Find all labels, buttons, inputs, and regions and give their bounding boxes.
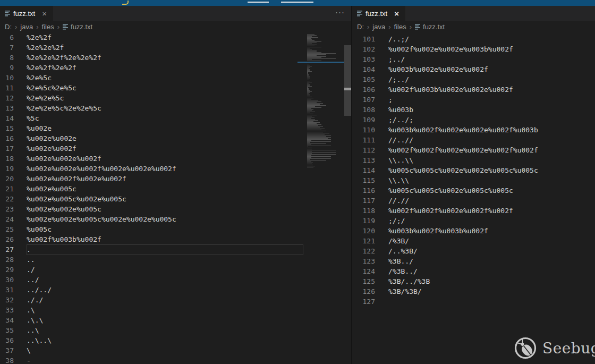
code-line[interactable]: 108%u003b [352, 105, 594, 115]
line-number[interactable]: 116 [352, 185, 375, 196]
code-line[interactable]: 22%u002e%u005c%u002e%u005c [0, 194, 304, 204]
line-number[interactable]: 31 [0, 285, 14, 295]
line-number[interactable]: 127 [352, 297, 375, 307]
code-line[interactable]: 30../ [0, 275, 304, 285]
scrollbar-thumb[interactable] [344, 45, 351, 116]
line-number[interactable]: 108 [352, 105, 375, 115]
code-line[interactable]: 12%2e%2e%5c [0, 93, 304, 103]
line-number[interactable]: 103 [352, 54, 375, 64]
line-number[interactable]: 18 [0, 154, 14, 164]
code-line[interactable]: 124/%3B../ [352, 266, 594, 276]
line-number[interactable]: 26 [0, 234, 14, 244]
line-number[interactable]: 110 [352, 125, 375, 135]
line-number[interactable]: 104 [352, 64, 375, 74]
line-number[interactable]: 25 [0, 224, 14, 234]
code-line[interactable]: 35..\ [0, 325, 304, 335]
line-number[interactable]: 20 [0, 174, 14, 184]
line-number[interactable]: 17 [0, 143, 14, 154]
code-line[interactable]: 31../../ [0, 285, 304, 295]
editor-actions-more-icon[interactable]: ··· [335, 7, 345, 16]
code-line[interactable]: 123%3B../ [352, 256, 594, 266]
code-line[interactable]: 33.\ [0, 305, 304, 315]
line-number[interactable]: 7 [0, 43, 14, 53]
code-line[interactable]: 27. [0, 244, 304, 255]
line-number[interactable]: 16 [0, 133, 14, 143]
code-line[interactable]: 20%u002e%u002f%u002e%u002f [0, 174, 304, 184]
line-number[interactable]: 36 [0, 335, 14, 345]
line-number[interactable]: 114 [352, 165, 375, 175]
code-line[interactable]: 10%2e%5c [0, 73, 304, 83]
code-line[interactable]: 120%u003b%u002f%u003b%u002f [352, 226, 594, 236]
code-line[interactable]: 122/..%3B/ [352, 246, 594, 256]
line-number[interactable]: 34 [0, 315, 14, 325]
minimap[interactable] [298, 32, 344, 364]
line-number[interactable]: 121 [352, 236, 375, 246]
vertical-scrollbar[interactable] [344, 32, 351, 364]
line-number[interactable]: 27 [0, 244, 14, 255]
tab-close-icon[interactable]: × [393, 10, 401, 18]
line-number[interactable]: 12 [0, 93, 14, 103]
code-line[interactable]: 113\\..\\ [352, 155, 594, 165]
line-number[interactable]: 23 [0, 204, 14, 214]
line-number[interactable]: 123 [352, 256, 375, 266]
code-line[interactable]: 127 [352, 297, 594, 307]
code-line[interactable]: 107; [352, 95, 594, 105]
line-number[interactable]: 15 [0, 123, 14, 133]
code-line[interactable]: 109;/../; [352, 115, 594, 125]
code-line[interactable]: 104%u003b%u002e%u002e%u002f [352, 64, 594, 74]
code-line[interactable]: 14%5c [0, 113, 304, 123]
code-line[interactable]: 24%u002e%u002e%u005c%u002e%u002e%u005c [0, 214, 304, 224]
line-number[interactable]: 106 [352, 84, 375, 95]
line-number[interactable]: 32 [0, 295, 14, 305]
line-number[interactable]: 13 [0, 103, 14, 113]
code-line[interactable]: 36..\..\ [0, 335, 304, 345]
code-line[interactable]: 13%2e%2e%5c%2e%2e%5c [0, 103, 304, 113]
code-line[interactable]: 115\\.\\ [352, 175, 594, 185]
code-line[interactable]: 8%2e%2e%2f%2e%2e%2f [0, 53, 304, 63]
code-line[interactable]: 9%2e%2f%2e%2f [0, 63, 304, 73]
line-number[interactable]: 111 [352, 135, 375, 145]
code-line[interactable]: 25%u005c [0, 224, 304, 234]
line-number[interactable]: 38 [0, 355, 14, 364]
line-number[interactable]: 101 [352, 34, 375, 44]
code-line[interactable]: 117//.// [352, 196, 594, 206]
line-number[interactable]: 115 [352, 175, 375, 185]
code-line[interactable]: 102%u002f%u002e%u002e%u003b%u002f [352, 44, 594, 54]
code-line[interactable]: 19%u002e%u002e%u002f%u002e%u002e%u002f [0, 164, 304, 174]
line-number[interactable]: 33 [0, 305, 14, 315]
line-number[interactable]: 119 [352, 216, 375, 226]
code-line[interactable]: 112%u002f%u002f%u002e%u002e%u002f%u002f [352, 145, 594, 155]
breadcrumb-folder-files[interactable]: files [394, 23, 406, 31]
code-line[interactable]: 16%u002e%u002e [0, 133, 304, 143]
breadcrumb-file[interactable]: fuzz.txt [71, 23, 92, 31]
code-line[interactable]: 26%u002f%u003b%u002f [0, 234, 304, 244]
code-line[interactable]: 23%u002e%u002e%u005c [0, 204, 304, 214]
line-number[interactable]: 109 [352, 115, 375, 125]
line-number[interactable]: 112 [352, 145, 375, 155]
line-number[interactable]: 10 [0, 73, 14, 83]
code-line[interactable]: 111//..// [352, 135, 594, 145]
tab-close-icon[interactable]: × [40, 10, 48, 18]
line-number[interactable]: 35 [0, 325, 14, 335]
breadcrumb-drive[interactable]: D: [5, 23, 12, 31]
code-line[interactable]: 32././ [0, 295, 304, 305]
breadcrumb-file[interactable]: fuzz.txt [423, 23, 445, 31]
line-number[interactable]: 122 [352, 246, 375, 256]
code-line[interactable]: 6%2e%2f [0, 32, 304, 43]
breadcrumb-folder-java[interactable]: java [372, 23, 385, 31]
line-number[interactable]: 29 [0, 265, 14, 275]
line-number[interactable]: 28 [0, 255, 14, 265]
code-line[interactable]: 21%u002e%u005c [0, 184, 304, 194]
line-number[interactable]: 118 [352, 206, 375, 216]
code-line[interactable]: 114%u005c%u005c%u002e%u002e%u005c%u005c [352, 165, 594, 175]
code-line[interactable]: 103;../ [352, 54, 594, 64]
line-number[interactable]: 125 [352, 276, 375, 286]
tab-fuzz-txt-right[interactable]: fuzz.txt × [352, 6, 405, 21]
code-line[interactable]: 121/%3B/ [352, 236, 594, 246]
code-line[interactable]: 29./ [0, 265, 304, 275]
code-line[interactable]: 126%3B/%3B/ [352, 286, 594, 297]
line-number[interactable]: 14 [0, 113, 14, 123]
code-line[interactable]: 15%u002e [0, 123, 304, 133]
line-number[interactable]: 30 [0, 275, 14, 285]
code-line[interactable]: 125%3B/../%3B [352, 276, 594, 286]
